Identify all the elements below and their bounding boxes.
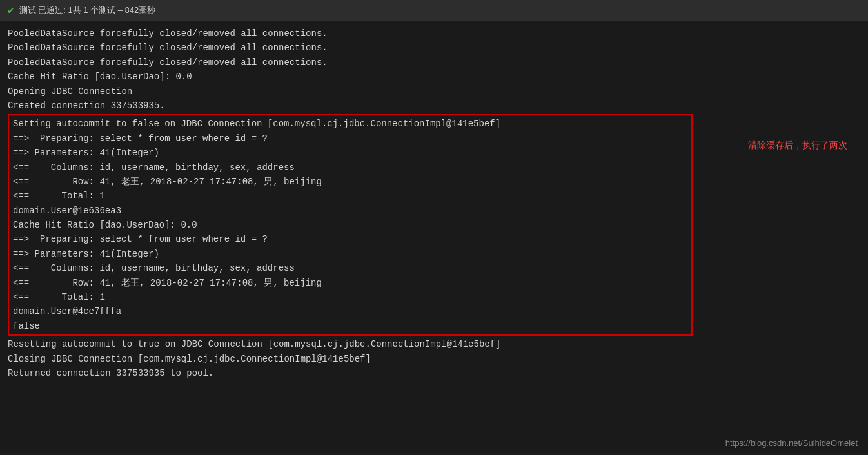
- annotation-text: 清除缓存后，执行了两次: [748, 140, 847, 151]
- log-line: <== Columns: id, username, birthday, sex…: [13, 261, 687, 275]
- bordered-block: Setting autocommit to false on JDBC Conn…: [8, 114, 693, 336]
- log-line: domain.User@4ce7fffa: [13, 304, 687, 318]
- log-line: ==> Preparing: select * from user where …: [13, 131, 687, 146]
- log-line: ==> Parameters: 41(Integer): [13, 146, 687, 160]
- log-lines-below: Resetting autocommit to true on JDBC Con…: [8, 337, 860, 380]
- log-line: false: [13, 319, 687, 333]
- bordered-block-container: Setting autocommit to false on JDBC Conn…: [8, 114, 860, 336]
- log-line: ==> Parameters: 41(Integer): [13, 247, 687, 261]
- check-icon: ✔: [8, 4, 14, 17]
- log-line: <== Total: 1: [13, 189, 687, 203]
- log-line: Returned connection 337533935 to pool.: [8, 366, 860, 380]
- log-line: ==> Preparing: select * from user where …: [13, 232, 687, 246]
- log-line: PooledDataSource forcefully closed/remov…: [8, 26, 860, 41]
- log-line: <== Row: 41, 老王, 2018-02-27 17:47:08, 男,…: [13, 175, 687, 189]
- log-line: domain.User@1e636ea3: [13, 204, 687, 218]
- log-line: <== Total: 1: [13, 290, 687, 304]
- log-line: Created connection 337533935.: [8, 99, 860, 113]
- log-line: Cache Hit Ratio [dao.UserDao]: 0.0: [13, 218, 687, 232]
- top-bar: ✔ 测试 已通过: 1共 1 个测试 – 842毫秒: [0, 0, 868, 21]
- log-lines-above: PooledDataSource forcefully closed/remov…: [8, 26, 860, 113]
- log-line: Opening JDBC Connection: [8, 84, 860, 99]
- log-line: Cache Hit Ratio [dao.UserDao]: 0.0: [8, 70, 860, 84]
- log-line: Resetting autocommit to true on JDBC Con…: [8, 337, 860, 351]
- log-line: Closing JDBC Connection [com.mysql.cj.jd…: [8, 352, 860, 366]
- top-bar-text: 测试 已通过: 1共 1 个测试 – 842毫秒: [19, 5, 156, 16]
- footer-url: https://blog.csdn.net/SuihideOmelet: [725, 438, 858, 448]
- log-line: <== Row: 41, 老王, 2018-02-27 17:47:08, 男,…: [13, 276, 687, 290]
- log-line: PooledDataSource forcefully closed/remov…: [8, 41, 860, 55]
- main-content: PooledDataSource forcefully closed/remov…: [0, 21, 868, 453]
- log-line: <== Columns: id, username, birthday, sex…: [13, 160, 687, 175]
- log-line: PooledDataSource forcefully closed/remov…: [8, 55, 860, 70]
- log-line: Setting autocommit to false on JDBC Conn…: [13, 117, 687, 131]
